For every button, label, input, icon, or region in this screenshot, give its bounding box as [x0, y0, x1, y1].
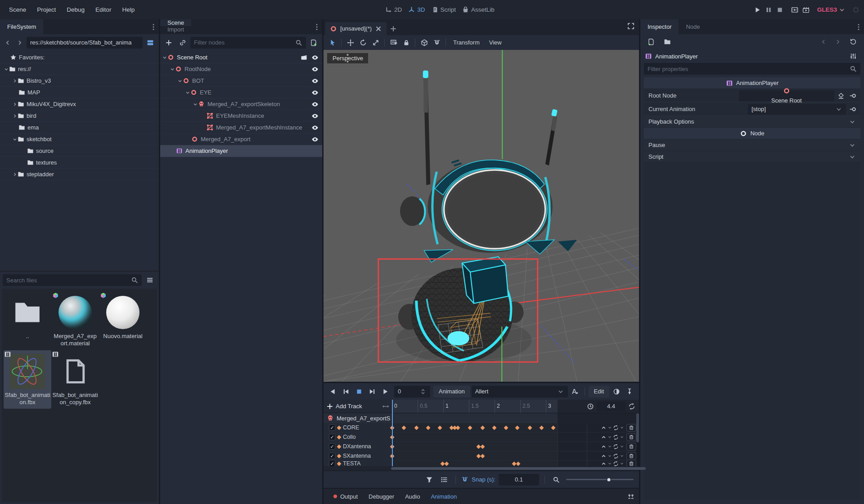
pan-icon[interactable] [382, 403, 389, 410]
menu-project[interactable]: Project [32, 4, 61, 15]
play-backwards-end-button[interactable] [340, 386, 352, 397]
fs-tree-item[interactable]: Bistro_v3 [0, 75, 159, 87]
time-input[interactable] [398, 388, 417, 395]
keyframe[interactable] [551, 425, 556, 430]
file-list-display-mode-button[interactable] [144, 274, 156, 286]
tree-collapse-icon[interactable] [162, 55, 167, 60]
add-node-button[interactable] [162, 37, 175, 49]
group-pause[interactable]: Pause [644, 139, 860, 151]
animation-menu-button[interactable]: Animation [433, 386, 470, 397]
tree-collapse-icon[interactable] [12, 137, 18, 142]
split-mode-button[interactable] [144, 37, 157, 49]
key-icon[interactable] [848, 92, 858, 99]
tree-collapse-icon[interactable] [4, 67, 9, 72]
expand-bottom-panel-button[interactable] [627, 493, 634, 500]
scene-tree-item[interactable]: AnimationPlayer [160, 145, 322, 157]
list-select-tool-button[interactable] [387, 37, 400, 48]
track-group-row[interactable]: Merged_A7_exportS [324, 413, 639, 423]
nav-forward-button[interactable] [14, 37, 25, 49]
file-item[interactable]: .. [4, 291, 51, 350]
scale-tool-button[interactable] [369, 37, 382, 48]
keyframe[interactable] [527, 425, 532, 430]
scene-tree-item[interactable]: Scene Root [160, 52, 322, 63]
wrap-mode-dropdown-icon[interactable] [608, 435, 612, 439]
new-scene-tab-button[interactable] [387, 22, 400, 35]
fs-tree-item[interactable]: source [0, 145, 159, 157]
menu-editor[interactable]: Editor [90, 4, 117, 15]
snap-mode-button[interactable] [431, 37, 443, 48]
keyframe[interactable] [414, 425, 418, 430]
move-tool-button[interactable] [344, 37, 356, 48]
filter-nodes-field[interactable] [190, 37, 306, 49]
viewport-3d[interactable]: Perspective [324, 50, 639, 382]
new-resource-button[interactable] [645, 36, 657, 48]
tree-expand-icon[interactable] [12, 113, 18, 119]
scene-tree-item[interactable]: Merged_A7_exportSkeleton [160, 98, 322, 110]
transform-menu[interactable]: Transform [449, 39, 484, 46]
tab-node[interactable]: Node [679, 19, 707, 34]
wrap-mode-dropdown-icon[interactable] [608, 425, 612, 430]
track-timeline[interactable] [392, 423, 558, 432]
root-node-value[interactable]: Scene Root [739, 90, 835, 101]
interp-dropdown-icon[interactable] [620, 435, 624, 439]
interp-loop-icon[interactable] [613, 444, 619, 450]
menu-debug[interactable]: Debug [61, 4, 90, 15]
interp-dropdown-icon[interactable] [620, 461, 624, 466]
bottom-tab-audio[interactable]: Audio [400, 489, 425, 504]
interp-loop-icon[interactable] [613, 434, 619, 440]
section-node[interactable]: Node [644, 128, 860, 139]
wrap-mode-icon[interactable] [601, 461, 607, 466]
keyframe[interactable] [426, 425, 430, 430]
bottom-tab-output[interactable]: Output [328, 489, 363, 504]
visibility-eye-icon[interactable] [311, 101, 319, 108]
interp-dropdown-icon[interactable] [620, 425, 624, 430]
scene-tree-item[interactable]: EYEMeshInstance [160, 110, 322, 122]
animation-length-box[interactable]: 4.4 [597, 401, 626, 411]
object-tools-icon[interactable] [847, 50, 860, 62]
history-back-button[interactable] [818, 36, 829, 48]
loop-icon[interactable] [628, 403, 635, 410]
visibility-eye-icon[interactable] [311, 77, 319, 85]
keyframe[interactable] [515, 425, 520, 430]
path-input[interactable] [30, 39, 139, 46]
local-space-button[interactable] [418, 37, 430, 48]
search-files-input[interactable] [6, 277, 128, 284]
nav-back-button[interactable] [2, 37, 13, 49]
menu-scene[interactable]: Scene [4, 4, 32, 15]
tree-collapse-icon[interactable] [170, 67, 175, 72]
track-timeline[interactable] [392, 461, 558, 466]
play-button[interactable] [754, 6, 761, 13]
rotate-tool-button[interactable] [357, 37, 369, 48]
fs-tree-item[interactable]: MikuV4X_Digitrevx [0, 98, 159, 110]
play-from-start-button[interactable] [366, 386, 378, 397]
delete-track-button[interactable] [626, 433, 636, 441]
time-spinbox[interactable] [394, 386, 430, 397]
delete-track-button[interactable] [626, 443, 636, 450]
anim-play-button[interactable] [379, 386, 391, 397]
interp-dropdown-icon[interactable] [620, 444, 624, 449]
filter-properties-field[interactable] [644, 63, 860, 75]
workspace-2d[interactable]: 2D [385, 6, 402, 13]
wrap-mode-icon[interactable] [601, 453, 607, 459]
pin-button[interactable] [624, 386, 635, 397]
select-tool-button[interactable] [326, 37, 338, 48]
visibility-eye-icon[interactable] [311, 89, 319, 96]
distraction-free-button[interactable] [627, 22, 634, 30]
visibility-eye-icon[interactable] [311, 112, 319, 120]
key-icon[interactable] [848, 106, 858, 113]
filter-properties-input[interactable] [648, 66, 847, 72]
scene-tree-item[interactable]: BOT [160, 75, 322, 87]
snap-field[interactable] [499, 474, 539, 486]
play-scene-button[interactable] [791, 6, 798, 13]
interp-loop-icon[interactable] [613, 453, 619, 459]
tree-collapse-icon[interactable] [177, 78, 183, 84]
animation-track[interactable]: Collo [324, 433, 639, 442]
wrap-mode-icon[interactable] [601, 425, 607, 431]
animation-track[interactable]: CORE [324, 423, 639, 433]
track-list-button[interactable] [438, 474, 450, 485]
workspace-script[interactable]: Script [432, 6, 456, 13]
dock-menu-icon[interactable] [312, 19, 321, 34]
path-field[interactable] [27, 37, 143, 49]
add-track-button[interactable]: Add Track [336, 403, 362, 410]
wrap-mode-dropdown-icon[interactable] [608, 461, 612, 466]
